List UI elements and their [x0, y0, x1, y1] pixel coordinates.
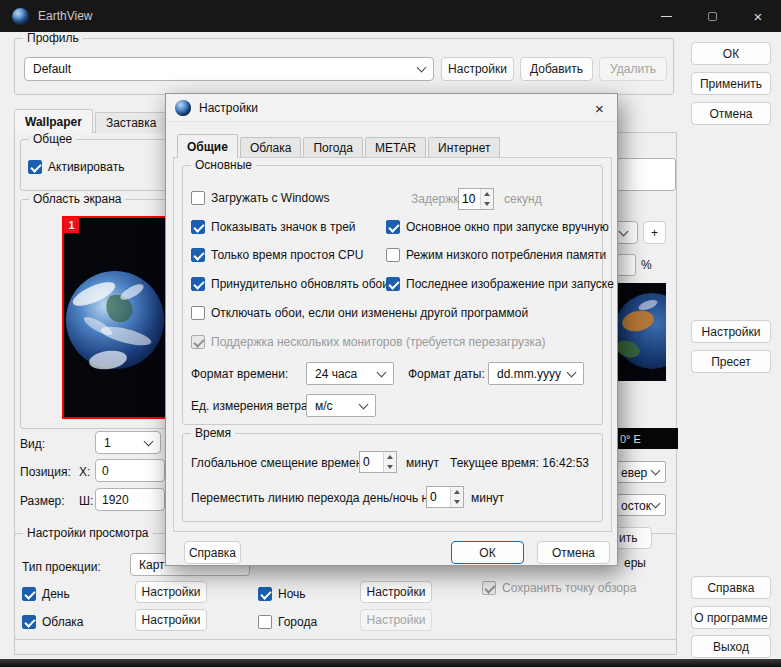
minimize-button[interactable] — [643, 0, 689, 32]
dialog-tab-general[interactable]: Общие — [177, 134, 238, 158]
size-label: Размер: — [20, 494, 65, 508]
time-format-select[interactable]: 24 часа — [306, 362, 394, 385]
monitor-number-badge: 1 — [64, 218, 79, 233]
view-settings-button[interactable]: Настройки — [691, 320, 771, 343]
load-with-windows-label: Загружать с Windows — [211, 191, 330, 205]
chevron-down-icon — [417, 63, 427, 73]
view-settings-group-label: Настройки просмотра — [23, 526, 153, 540]
wind-unit-select[interactable]: м/с — [306, 394, 376, 417]
profile-select[interactable]: Default — [24, 57, 434, 81]
size-w-input[interactable] — [95, 488, 165, 511]
help-button[interactable]: Справка — [691, 576, 771, 599]
profile-delete-button[interactable]: Удалить — [599, 57, 667, 81]
save-viewpoint-checkbox[interactable]: Сохранить точку обзора — [482, 580, 636, 596]
dialog-tab-internet[interactable]: Интернет — [428, 137, 500, 158]
screen-area-group-label: Область экрана — [29, 192, 125, 206]
tab-wallpaper[interactable]: Wallpaper — [14, 109, 93, 133]
maximize-button[interactable] — [689, 0, 735, 32]
ok-button[interactable]: ОК — [691, 42, 771, 65]
close-button[interactable]: × — [735, 0, 781, 32]
day-checkbox[interactable]: День — [22, 586, 70, 602]
dialog-close-button[interactable]: × — [590, 99, 609, 118]
main-window-manual-label: Основное окно при запуске вручную — [406, 220, 609, 234]
earth-preview-image — [64, 218, 166, 417]
date-format-select[interactable]: dd.mm.yyyy — [488, 362, 584, 385]
dialog-tabstrip: Общие Облака Погода METAR Интернет — [177, 134, 502, 158]
spinner-up-icon[interactable] — [451, 487, 463, 497]
clouds-settings-button[interactable]: Настройки — [135, 609, 207, 631]
activate-label: Активировать — [48, 160, 124, 174]
time-offset-spinner[interactable] — [359, 451, 397, 473]
position-x-input[interactable] — [95, 459, 165, 482]
earth-preview[interactable]: 1 — [62, 216, 168, 419]
preset-button[interactable]: Пресет — [691, 350, 771, 373]
chevron-down-icon — [359, 399, 369, 409]
force-refresh-checkbox[interactable]: Принудительно обновлять обои — [191, 276, 389, 292]
low-memory-checkbox[interactable]: Режим низкого потребления памяти — [386, 247, 606, 263]
dialog-tab-clouds[interactable]: Облака — [240, 137, 302, 158]
spinner-down-icon[interactable] — [481, 199, 493, 209]
disable-wallpaper-label: Отключать обои, если они изменены другой… — [211, 306, 528, 320]
checkbox-icon — [191, 220, 205, 234]
terminator-offset-spinner[interactable] — [426, 486, 464, 508]
disable-wallpaper-checkbox[interactable]: Отключать обои, если они изменены другой… — [191, 305, 528, 321]
longitude-direction-value: осток — [621, 499, 651, 513]
exit-button[interactable]: Выход — [691, 635, 771, 658]
chevron-down-icon — [567, 367, 577, 377]
thumbnail-earth-preview[interactable] — [612, 283, 666, 381]
add-view-button[interactable]: + — [643, 221, 666, 244]
cities-checkbox[interactable]: Города — [258, 614, 317, 630]
profile-group-label: Профиль — [23, 31, 83, 45]
about-button[interactable]: О программе — [691, 606, 771, 629]
clouds-checkbox[interactable]: Облака — [22, 614, 84, 630]
apply-button[interactable]: Применить — [691, 72, 771, 95]
tab-screensaver[interactable]: Заставка — [95, 112, 168, 133]
dialog-time-group-label: Время — [191, 426, 235, 440]
main-window-manual-checkbox[interactable]: Основное окно при запуске вручную — [386, 219, 609, 235]
delay-input[interactable] — [459, 189, 480, 209]
dialog-cancel-button[interactable]: Отмена — [537, 541, 610, 564]
spinner-up-icon[interactable] — [384, 452, 396, 462]
profile-settings-button[interactable]: Настройки — [441, 57, 514, 81]
activate-checkbox[interactable]: Активировать — [28, 159, 124, 175]
time-format-label: Формат времени: — [191, 367, 288, 381]
night-settings-button[interactable]: Настройки — [360, 581, 432, 603]
spinner-down-icon[interactable] — [451, 497, 463, 507]
spinner-down-icon[interactable] — [384, 462, 396, 472]
dialog-title-bar[interactable]: Настройки × — [166, 94, 617, 122]
spinner-up-icon[interactable] — [481, 189, 493, 199]
checkbox-icon — [28, 160, 42, 174]
thumbnail-earth-image — [612, 283, 666, 381]
coordinates-readout: 0° E — [612, 428, 678, 449]
tray-icon-checkbox[interactable]: Показывать значок в трей — [191, 219, 356, 235]
time-offset-input[interactable] — [360, 452, 383, 472]
cities-settings-button[interactable]: Настройки — [360, 609, 432, 631]
cpu-idle-checkbox[interactable]: Только время простоя CPU — [191, 247, 363, 263]
profile-add-button[interactable]: Добавить — [520, 57, 593, 81]
last-image-checkbox[interactable]: Последнее изображение при запуске — [386, 276, 614, 292]
date-format-label: Формат даты: — [408, 367, 485, 381]
cancel-button[interactable]: Отмена — [691, 102, 771, 125]
partial-input[interactable] — [612, 158, 676, 191]
night-label: Ночь — [278, 587, 306, 601]
view-select[interactable]: 1 — [95, 431, 161, 454]
close-icon: × — [595, 100, 604, 117]
spinner-buttons[interactable] — [450, 487, 463, 507]
load-with-windows-checkbox[interactable]: Загружать с Windows — [191, 190, 330, 206]
delay-spinner[interactable] — [458, 188, 494, 210]
position-label: Позиция: — [20, 465, 71, 479]
dialog-ok-button[interactable]: ОК — [451, 541, 524, 564]
dialog-tab-metar[interactable]: METAR — [365, 137, 426, 158]
dialog-tab-weather[interactable]: Погода — [303, 137, 363, 158]
projection-select-value: Карт — [139, 558, 165, 572]
spinner-buttons[interactable] — [383, 452, 396, 472]
multi-monitor-checkbox[interactable]: Поддержка нескольких мониторов (требуетс… — [191, 334, 546, 350]
dialog-help-button[interactable]: Справка — [184, 541, 241, 564]
day-settings-button[interactable]: Настройки — [135, 581, 207, 603]
wind-unit-value: м/с — [315, 399, 333, 413]
terminator-offset-input[interactable] — [427, 487, 450, 507]
spinner-buttons[interactable] — [480, 189, 493, 209]
chevron-down-icon — [651, 466, 661, 476]
terminator-offset-label: Переместить линию перехода день/ночь на: — [191, 491, 438, 505]
night-checkbox[interactable]: Ночь — [258, 586, 306, 602]
